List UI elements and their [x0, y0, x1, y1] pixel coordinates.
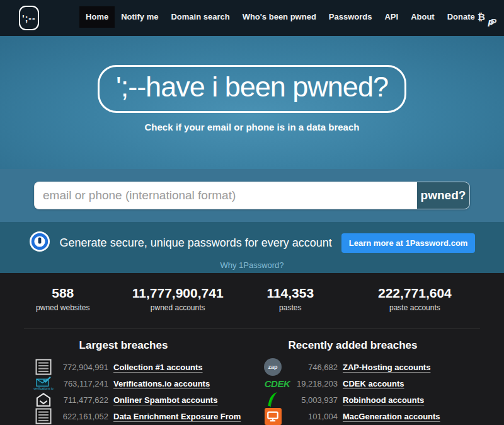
pwned-button[interactable]: pwned? [417, 182, 470, 209]
nav-item-domain-search[interactable]: Domain search [164, 6, 236, 28]
breach-count: 763,117,241 [54, 379, 108, 388]
breach-row-robinhood: 5,003,937 Robinhood accounts [262, 392, 481, 408]
onepassword-learn-more-button[interactable]: Learn more at 1Password.com [341, 233, 476, 253]
breach-link-verifications-io[interactable]: Verifications.io accounts [113, 379, 210, 388]
breach-link-zap-hosting[interactable]: ZAP-Hosting accounts [343, 363, 430, 372]
collection1-list-icon [33, 359, 54, 375]
stat-pwned-websites: 588 pwned websites [13, 286, 113, 312]
recent-breaches-column: Recently added breaches zap 746,682 ZAP-… [252, 339, 481, 424]
search-section: pwned? [0, 169, 504, 222]
logo-text: ';-- [22, 13, 35, 23]
breach-link-collection1[interactable]: Collection #1 accounts [113, 363, 203, 372]
breach-row-cdek: CDEK 19,218,203 CDEK accounts [262, 375, 481, 392]
stat-value: 114,353 [243, 286, 338, 301]
onliner-spambot-envelope-icon [33, 392, 54, 407]
breach-link-cdek[interactable]: CDEK accounts [343, 379, 404, 388]
breach-count: 711,477,622 [54, 395, 108, 405]
nav-item-passwords[interactable]: Passwords [323, 6, 379, 28]
breach-row-collection1: 772,904,991 Collection #1 accounts [33, 359, 252, 375]
paypal-icon: PP [488, 11, 498, 23]
breach-row-data-enrichment: 622,161,052 Data Enrichment Exposure Fro… [33, 408, 252, 424]
nav-item-api[interactable]: API [378, 6, 404, 28]
nav-item-about[interactable]: About [404, 6, 441, 28]
onepassword-banner: Generate secure, unique passwords for ev… [0, 222, 504, 273]
section-divider [24, 329, 480, 329]
breach-row-macgeneration: 101,004 MacGeneration accounts [262, 408, 481, 424]
largest-breaches-heading: Largest breaches [33, 339, 252, 352]
breach-link-robinhood[interactable]: Robinhood accounts [343, 395, 424, 405]
nav-item-home[interactable]: Home [79, 6, 115, 28]
breach-row-onliner-spambot: 711,477,622 Onliner Spambot accounts [33, 392, 252, 408]
nav-item-donate[interactable]: Donate ₿ PP [441, 6, 504, 28]
breach-link-macgeneration[interactable]: MacGeneration accounts [343, 412, 440, 421]
cdek-logo-icon: CDEK [262, 378, 292, 389]
nav-item-whos-been-pwned[interactable]: Who's been pwned [236, 6, 323, 28]
stat-value: 11,777,900,741 [113, 286, 243, 301]
cdek-logo-text: CDEK [265, 378, 290, 389]
breach-count: 101,004 [284, 412, 338, 421]
breach-row-verifications-io: verifications io 763,117,241 Verificatio… [33, 375, 252, 392]
stat-label: pwned websites [13, 303, 113, 312]
page-title: ';--have i been pwned? [98, 65, 406, 113]
onepassword-message: Generate secure, unique passwords for ev… [60, 236, 332, 250]
verifications-io-envelope-icon: verifications io [33, 376, 54, 390]
recent-breaches-heading: Recently added breaches [262, 339, 481, 352]
stats-row: 588 pwned websites 11,777,900,741 pwned … [13, 286, 491, 312]
largest-breaches-column: Largest breaches 772,904,991 Collection … [23, 339, 252, 424]
top-navbar: ';-- Home Notify me Domain search Who's … [0, 0, 504, 36]
hero-subtitle: Check if your email or phone is in a dat… [0, 122, 504, 132]
nav-menu: Home Notify me Domain search Who's been … [79, 6, 504, 28]
stat-label: pastes [243, 303, 338, 312]
breach-count: 5,003,937 [284, 395, 338, 405]
breach-count: 746,682 [284, 363, 338, 372]
stat-label: pwned accounts [113, 303, 243, 312]
breach-count: 622,161,052 [54, 412, 108, 421]
breach-count: 772,904,991 [54, 363, 108, 372]
stat-pwned-accounts: 11,777,900,741 pwned accounts [113, 286, 243, 312]
hibp-logo[interactable]: ';-- [19, 6, 39, 30]
nav-item-notify-me[interactable]: Notify me [115, 6, 164, 28]
bitcoin-icon: ₿ [478, 6, 485, 28]
search-bar: pwned? [34, 182, 470, 209]
stat-paste-accounts: 222,771,604 paste accounts [338, 286, 491, 312]
stat-label: paste accounts [338, 303, 491, 312]
page-title-text: ';--have i been pwned? [116, 71, 388, 103]
onepassword-logo-icon [29, 231, 50, 255]
stat-value: 588 [13, 286, 113, 301]
stats-and-breaches-section: 588 pwned websites 11,777,900,741 pwned … [0, 273, 504, 424]
breach-row-zap-hosting: zap 746,682 ZAP-Hosting accounts [262, 359, 481, 375]
why-1password-link[interactable]: Why 1Password? [220, 260, 284, 270]
search-input[interactable] [34, 182, 417, 209]
zap-hosting-icon: zap [262, 358, 284, 376]
donate-label: Donate [447, 6, 475, 28]
zap-icon-text: zap [264, 358, 282, 376]
robinhood-feather-icon [262, 392, 284, 408]
breach-count: 19,218,203 [292, 379, 338, 388]
data-enrichment-list-icon [33, 408, 54, 424]
breach-link-data-enrichment[interactable]: Data Enrichment Exposure From [113, 412, 241, 421]
stat-value: 222,771,604 [338, 286, 491, 301]
macgeneration-monitor-icon [262, 408, 284, 425]
hero-section: ';--have i been pwned? Check if your ema… [0, 36, 504, 169]
stat-pastes: 114,353 pastes [243, 286, 338, 312]
breach-link-onliner-spambot[interactable]: Onliner Spambot accounts [113, 395, 217, 405]
verifications-io-caption: verifications io [33, 387, 54, 390]
